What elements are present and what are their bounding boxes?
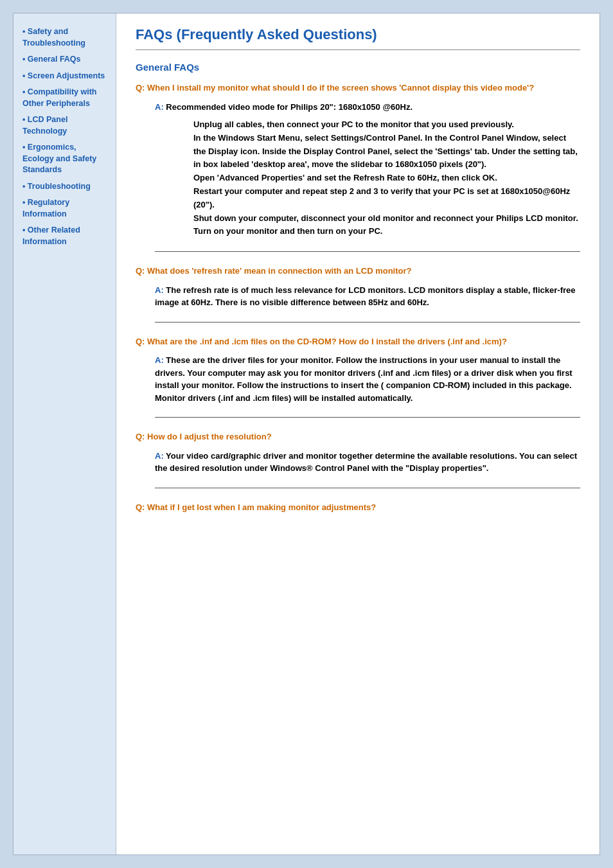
- question-1: Q: When I install my monitor what should…: [136, 82, 580, 94]
- answer-main-3: These are the driver files for your moni…: [155, 355, 573, 403]
- sidebar-item-compatibility[interactable]: Compatibility with Other Peripherals: [22, 87, 109, 109]
- sidebar-item-general-faqs[interactable]: General FAQs: [22, 54, 109, 66]
- question-text-2: What does 'refresh rate' mean in connect…: [145, 266, 411, 276]
- q-prefix-3: Q:: [136, 337, 145, 346]
- divider-4: [155, 488, 580, 488]
- question-text-1: When I install my monitor what should I …: [145, 83, 534, 93]
- answer-main-2: The refresh rate is of much less relevan…: [155, 285, 576, 308]
- divider-3: [155, 417, 580, 418]
- question-5: Q: What if I get lost when I am making m…: [136, 501, 580, 514]
- sidebar-item-ergonomics[interactable]: Ergonomics, Ecology and Safety Standards: [22, 142, 109, 176]
- question-text-5: What if I get lost when I am making moni…: [145, 502, 376, 512]
- sidebar-item-safety[interactable]: Safety and Troubleshooting: [22, 26, 109, 49]
- qa-block-5: Q: What if I get lost when I am making m…: [136, 501, 580, 514]
- a-prefix-4: A:: [155, 451, 164, 461]
- answer-detail-1: Unplug all cables, then connect your PC …: [193, 118, 580, 238]
- sidebar-item-screen[interactable]: Screen Adjustments: [22, 71, 109, 82]
- sidebar-item-lcd[interactable]: LCD Panel Technology: [22, 114, 109, 137]
- divider-2: [155, 322, 580, 323]
- section-title: General FAQs: [136, 62, 580, 73]
- q-prefix-2: Q:: [136, 266, 145, 276]
- qa-block-3: Q: What are the .inf and .icm files on t…: [136, 335, 580, 405]
- question-text-4: How do I adjust the resolution?: [145, 432, 271, 441]
- sidebar: Safety and Troubleshooting General FAQs …: [13, 13, 116, 855]
- q-prefix-1: Q:: [136, 83, 145, 93]
- question-3: Q: What are the .inf and .icm files on t…: [136, 335, 580, 348]
- a-prefix-2: A:: [155, 285, 164, 295]
- answer-2: A: The refresh rate is of much less rele…: [155, 284, 580, 309]
- divider-1: [155, 251, 580, 252]
- sidebar-item-other[interactable]: Other Related Information: [22, 225, 109, 247]
- qa-block-4: Q: How do I adjust the resolution? A: Yo…: [136, 430, 580, 475]
- answer-1: A: Recommended video mode for Philips 20…: [155, 101, 580, 239]
- main-content: FAQs (Frequently Asked Questions) Genera…: [116, 13, 600, 855]
- q-prefix-4: Q:: [136, 432, 145, 441]
- question-4: Q: How do I adjust the resolution?: [136, 430, 580, 443]
- answer-3: A: These are the driver files for your m…: [155, 354, 580, 404]
- qa-block-2: Q: What does 'refresh rate' mean in conn…: [136, 265, 580, 309]
- qa-block-1: Q: When I install my monitor what should…: [136, 82, 580, 238]
- answer-4: A: Your video card/graphic driver and mo…: [155, 450, 580, 475]
- sidebar-item-troubleshooting[interactable]: Troubleshooting: [22, 181, 109, 193]
- q-prefix-5: Q:: [136, 502, 145, 512]
- a-prefix-3: A:: [155, 355, 164, 365]
- question-2: Q: What does 'refresh rate' mean in conn…: [136, 265, 580, 278]
- page-container: Safety and Troubleshooting General FAQs …: [13, 13, 600, 855]
- answer-main-4: Your video card/graphic driver and monit…: [155, 451, 577, 474]
- sidebar-item-regulatory[interactable]: Regulatory Information: [22, 197, 109, 220]
- answer-main-1: Recommended video mode for Philips 20": …: [164, 102, 413, 112]
- page-title: FAQs (Frequently Asked Questions): [136, 26, 580, 50]
- a-prefix-1: A:: [155, 102, 164, 112]
- question-text-3: What are the .inf and .icm files on the …: [145, 337, 506, 346]
